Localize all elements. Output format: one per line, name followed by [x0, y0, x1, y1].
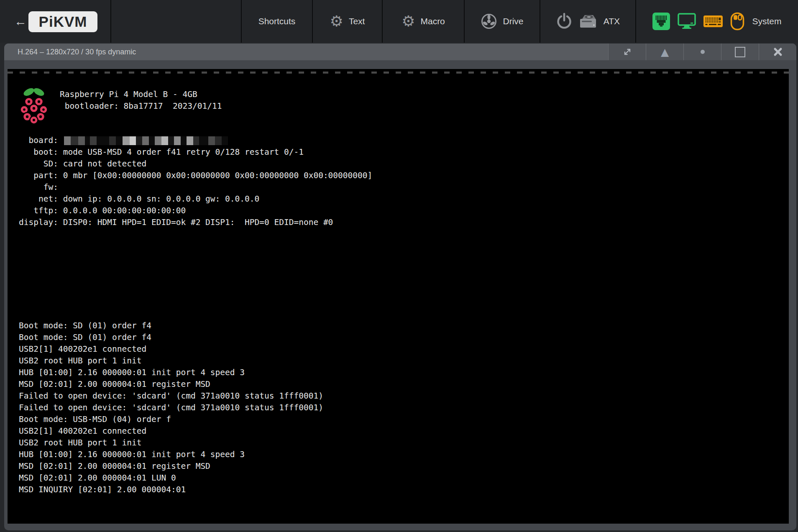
triangle-icon: ▲	[661, 47, 669, 57]
stream-window-header: H.264 – 1280x720 / 30 fps dynamic	[4, 43, 796, 60]
mouse-status-icon	[730, 12, 744, 31]
macro-label: Macro	[420, 16, 445, 26]
text-label: Text	[349, 16, 365, 26]
display-status-icon	[678, 13, 696, 30]
expand-icon	[622, 46, 633, 57]
top-navbar: ← PiKVM Shortcuts ⚙ Text ⚙ Macro	[0, 0, 798, 43]
system-label: System	[752, 16, 781, 26]
atx-label: ATX	[604, 16, 620, 26]
gear-icon: ⚙	[330, 14, 343, 29]
menu-drive[interactable]: Drive	[465, 0, 540, 43]
menu-shortcuts[interactable]: Shortcuts	[242, 0, 312, 43]
stream-title: H.264 – 1280x720 / 30 fps dynamic	[4, 43, 608, 60]
ethernet-status-icon	[652, 13, 670, 30]
gear-icon: ⚙	[402, 14, 415, 29]
pikvm-logo-text: PiKVM	[39, 13, 87, 30]
close-icon	[773, 47, 783, 57]
record-dot-button[interactable]	[683, 43, 721, 60]
drive-label: Drive	[503, 16, 523, 26]
menu-atx[interactable]: ATX	[540, 0, 635, 43]
fan-icon	[481, 13, 497, 30]
back-arrow-icon: ←	[14, 14, 27, 28]
expand-window-button[interactable]	[608, 43, 646, 60]
close-window-button[interactable]	[759, 43, 796, 60]
system-status-area: System	[636, 0, 798, 43]
nav-divider	[110, 0, 111, 43]
boot-info-block: boot: mode USB-MSD 4 order f41 retry 0/1…	[19, 146, 372, 228]
pikvm-logo: PiKVM	[28, 11, 97, 32]
fullscreen-button[interactable]: ▲	[646, 43, 683, 60]
stream-window-controls: ▲	[608, 43, 796, 60]
dot-icon	[701, 50, 705, 54]
board-info-line: board:	[19, 135, 228, 146]
keyboard-status-icon	[703, 15, 723, 27]
kvm-video-screen[interactable]: Raspberry Pi 4 Model B - 4GB bootloader:…	[8, 69, 789, 524]
back-button[interactable]: ←	[11, 0, 30, 43]
video-top-artifact	[8, 72, 789, 74]
shortcuts-label: Shortcuts	[258, 16, 296, 26]
power-icon	[556, 13, 573, 30]
atx-drive-box-icon	[578, 14, 598, 29]
board-serial-redacted	[64, 136, 228, 145]
pi-model-header: Raspberry Pi 4 Model B - 4GB bootloader:…	[60, 89, 222, 112]
menu-macro[interactable]: ⚙ Macro	[383, 0, 464, 43]
pikvm-app: ← PiKVM Shortcuts ⚙ Text ⚙ Macro	[0, 0, 798, 532]
square-icon	[735, 47, 745, 57]
maximize-button[interactable]	[721, 43, 759, 60]
menu-text[interactable]: ⚙ Text	[313, 0, 382, 43]
raspberry-pi-logo	[20, 87, 48, 127]
board-label: board:	[19, 135, 63, 146]
pi-bootloader-line: bootloader: 8ba17717 2023/01/11	[60, 101, 222, 111]
boot-log-block: Boot mode: SD (01) order f4 Boot mode: S…	[19, 320, 323, 496]
stream-window: H.264 – 1280x720 / 30 fps dynamic	[4, 43, 796, 530]
pi-model-line: Raspberry Pi 4 Model B - 4GB	[60, 90, 197, 99]
